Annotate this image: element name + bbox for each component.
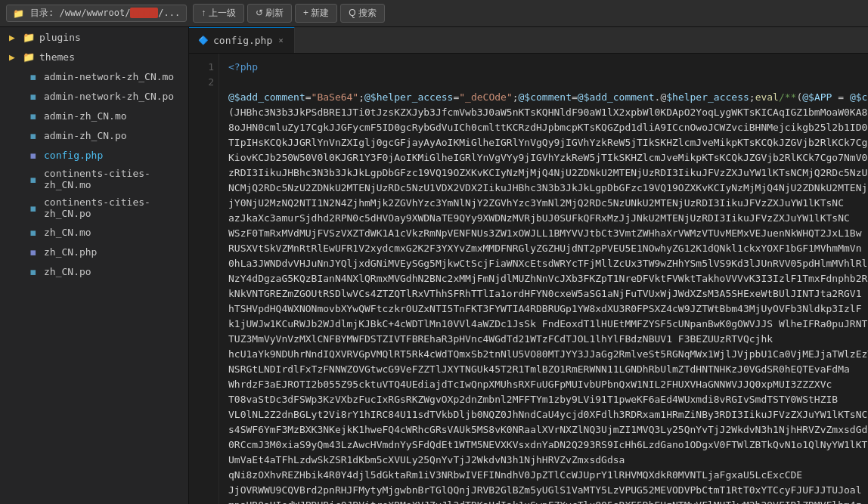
spacer-icon-10 xyxy=(6,265,23,277)
sidebar-item-plugins[interactable]: ▶ 📁 plugins xyxy=(0,27,188,47)
sidebar: ▶ 📁 plugins ▶ 📁 themes ◼ admin-network-z… xyxy=(0,27,189,504)
php-file-icon: 🔷 xyxy=(198,36,209,45)
sidebar-label-zh-php: zh_CN.php xyxy=(44,246,97,258)
spacer-icon-4 xyxy=(6,129,23,141)
spacer-icon-7 xyxy=(6,202,23,214)
breadcrumb-path: 目录: /www/wwwroot/■■■■/... xyxy=(30,7,180,20)
spacer-icon-9 xyxy=(6,246,23,258)
refresh-button[interactable]: ↺ 刷新 xyxy=(247,4,292,23)
tab-bar: 🔷 config.php × xyxy=(189,27,868,54)
file-mo-icon: ◼ xyxy=(27,70,39,82)
line-numbers: 1 2 xyxy=(189,54,219,504)
sidebar-item-admin-network-po[interactable]: ◼ admin-network-zh_CN.po xyxy=(0,86,188,106)
sidebar-label-plugins: plugins xyxy=(39,32,81,43)
sidebar-item-admin-po[interactable]: ◼ admin-zh_CN.po xyxy=(0,125,188,145)
file-po-icon: ◼ xyxy=(27,90,39,102)
sidebar-item-admin-mo[interactable]: ◼ admin-zh_CN.mo xyxy=(0,106,188,125)
file-zh-php-icon: ◼ xyxy=(27,246,39,258)
file-admin-po-icon: ◼ xyxy=(27,129,39,141)
top-bar: 📁 目录: /www/wwwroot/■■■■/... ↑ 上一级 ↺ 刷新 +… xyxy=(0,0,868,27)
sidebar-item-admin-network-mo[interactable]: ◼ admin-network-zh_CN.mo xyxy=(0,66,188,86)
sidebar-label-zh-po: zh_CN.po xyxy=(44,266,91,277)
sidebar-item-continents-po[interactable]: ◼ continents-cities-zh_CN.po xyxy=(0,193,188,222)
sidebar-label-admin-network-po: admin-network-zh_CN.po xyxy=(44,91,174,102)
up-button[interactable]: ↑ 上一级 xyxy=(193,4,243,23)
sidebar-item-zh-php[interactable]: ◼ zh_CN.php xyxy=(0,242,188,261)
spacer-icon-6 xyxy=(6,173,23,185)
sidebar-label-admin-mo: admin-zh_CN.mo xyxy=(44,110,127,122)
sidebar-item-continents-mo[interactable]: ◼ continents-cities-zh_CN.mo xyxy=(0,165,188,193)
spacer-icon-2 xyxy=(6,90,23,102)
sidebar-item-config-php[interactable]: ◼ config.php xyxy=(0,145,188,165)
sidebar-item-themes[interactable]: ▶ 📁 themes xyxy=(0,47,188,66)
file-zh-po-icon: ◼ xyxy=(27,265,39,277)
file-zh-mo-icon: ◼ xyxy=(27,226,39,238)
themes-folder-icon: 📁 xyxy=(23,51,35,63)
code-area: 1 2 <?php @$add_comment="BaSe64";@$helpe… xyxy=(189,54,868,504)
file-continents-mo-icon: ◼ xyxy=(27,173,39,185)
breadcrumb: 📁 目录: /www/wwwroot/■■■■/... xyxy=(6,5,187,22)
spacer-icon-3 xyxy=(6,110,23,122)
file-continents-po-icon: ◼ xyxy=(27,202,39,214)
tab-close-button[interactable]: × xyxy=(277,36,285,45)
sidebar-label-config-php: config.php xyxy=(44,150,103,161)
sidebar-label-continents-mo: continents-cities-zh_CN.mo xyxy=(44,168,182,190)
file-admin-mo-icon: ◼ xyxy=(27,110,39,122)
sidebar-label-zh-mo: zh_CN.mo xyxy=(44,227,91,238)
spacer-icon-5 xyxy=(6,149,23,161)
spacer-icon-8 xyxy=(6,226,23,238)
tab-filename: config.php xyxy=(213,35,272,46)
sidebar-item-zh-po[interactable]: ◼ zh_CN.po xyxy=(0,261,188,281)
new-button[interactable]: + 新建 xyxy=(295,4,337,23)
editor: 🔷 config.php × 1 2 <?php @$add_comment="… xyxy=(189,27,868,504)
folder-icon: ▶ xyxy=(6,31,18,43)
file-php-icon: ◼ xyxy=(27,149,39,161)
spacer-icon xyxy=(6,70,23,82)
sidebar-item-zh-mo[interactable]: ◼ zh_CN.mo xyxy=(0,222,188,242)
folder-icon: 📁 xyxy=(13,8,24,19)
code-content[interactable]: <?php @$add_comment="BaSe64";@$helper_ac… xyxy=(219,54,868,504)
plugins-folder-icon: 📁 xyxy=(23,31,35,43)
sidebar-label-continents-po: continents-cities-zh_CN.po xyxy=(44,196,182,219)
sidebar-label-themes: themes xyxy=(39,51,75,63)
folder-icon-2: ▶ xyxy=(6,51,18,63)
toolbar-buttons: ↑ 上一级 ↺ 刷新 + 新建 Q 搜索 xyxy=(193,4,385,23)
tab-config-php[interactable]: 🔷 config.php × xyxy=(189,27,295,53)
search-button[interactable]: Q 搜索 xyxy=(340,4,385,23)
sidebar-label-admin-network-mo: admin-network-zh_CN.mo xyxy=(44,71,174,82)
main-area: ▶ 📁 plugins ▶ 📁 themes ◼ admin-network-z… xyxy=(0,27,868,504)
sidebar-label-admin-po: admin-zh_CN.po xyxy=(44,130,127,141)
